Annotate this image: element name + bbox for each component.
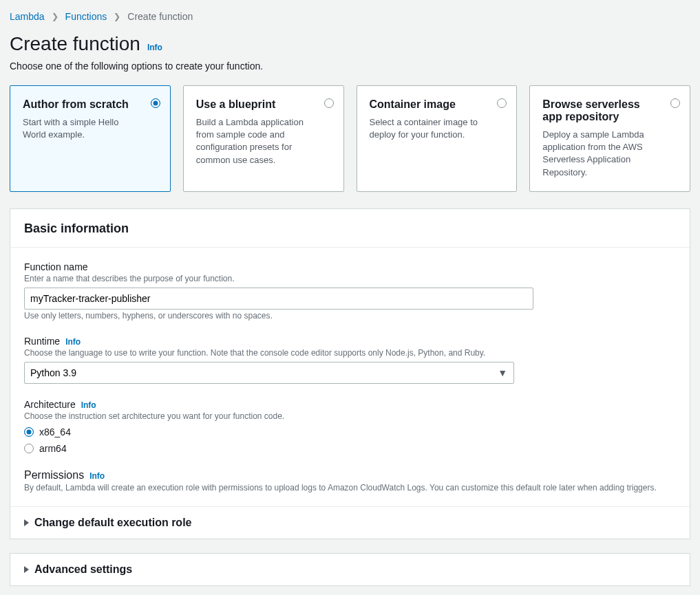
info-link[interactable]: Info: [89, 471, 105, 481]
runtime-select[interactable]: Python 3.9: [24, 362, 514, 384]
expandable-title: Change default execution role: [34, 517, 191, 529]
option-desc: Start with a simple Hello World example.: [23, 116, 141, 141]
field-label: Function name: [24, 261, 676, 272]
option-title: Author from scratch: [23, 98, 141, 111]
runtime-group: Runtime Info Choose the language to use …: [24, 336, 676, 384]
chevron-right-icon: ❯: [52, 12, 59, 21]
page-subtitle: Choose one of the following options to c…: [10, 61, 690, 72]
change-execution-role-toggle[interactable]: Change default execution role: [10, 507, 690, 539]
option-title: Browse serverless app repository: [542, 98, 661, 123]
panel-title: Basic information: [24, 221, 676, 236]
function-name-input[interactable]: [24, 288, 533, 310]
radio-icon: [151, 98, 160, 108]
option-desc: Select a container image to deploy for y…: [370, 116, 488, 141]
field-hint: Enter a name that describes the purpose …: [24, 274, 676, 283]
architecture-x86-radio[interactable]: x86_64: [24, 426, 676, 437]
option-desc: Deploy a sample Lambda application from …: [542, 129, 661, 179]
info-link[interactable]: Info: [81, 400, 96, 410]
basic-information-panel: Basic information Function name Enter a …: [10, 208, 690, 539]
expandable-title: Advanced settings: [34, 563, 132, 576]
permissions-group: Permissions Info By default, Lambda will…: [24, 469, 676, 493]
advanced-settings-panel: Advanced settings: [10, 553, 690, 586]
breadcrumb-current: Create function: [127, 11, 193, 22]
page-title: Create function: [10, 33, 140, 55]
info-link[interactable]: Info: [65, 337, 81, 347]
radio-icon: [24, 444, 34, 453]
field-hint: Choose the instruction set architecture …: [24, 411, 676, 421]
creation-options: Author from scratch Start with a simple …: [10, 85, 690, 192]
field-hint: Choose the language to use to write your…: [24, 348, 676, 358]
architecture-group: Architecture Info Choose the instruction…: [24, 399, 676, 454]
option-desc: Build a Lambda application from sample c…: [196, 116, 315, 166]
radio-label: arm64: [39, 443, 67, 454]
caret-right-icon: [24, 519, 29, 526]
field-hint: By default, Lambda will create an execut…: [24, 483, 676, 493]
field-label: Architecture: [24, 399, 76, 410]
option-container-image[interactable]: Container image Select a container image…: [357, 85, 518, 192]
option-title: Use a blueprint: [196, 98, 315, 111]
chevron-right-icon: ❯: [114, 12, 120, 21]
field-constraint: Use only letters, numbers, hyphens, or u…: [24, 311, 676, 321]
option-author-from-scratch[interactable]: Author from scratch Start with a simple …: [10, 85, 171, 192]
breadcrumb: Lambda ❯ Functions ❯ Create function: [10, 8, 690, 33]
breadcrumb-lambda[interactable]: Lambda: [10, 11, 45, 22]
field-label: Runtime: [24, 336, 60, 347]
architecture-arm64-radio[interactable]: arm64: [24, 443, 676, 454]
caret-right-icon: [24, 566, 29, 573]
advanced-settings-toggle[interactable]: Advanced settings: [10, 554, 690, 585]
option-use-blueprint[interactable]: Use a blueprint Build a Lambda applicati…: [183, 85, 344, 192]
option-title: Container image: [370, 98, 488, 111]
radio-icon: [670, 98, 680, 108]
radio-icon: [497, 98, 507, 108]
option-serverless-repo[interactable]: Browse serverless app repository Deploy …: [529, 85, 690, 192]
function-name-group: Function name Enter a name that describe…: [24, 261, 676, 321]
radio-icon: [24, 427, 34, 437]
info-link[interactable]: Info: [147, 43, 162, 52]
breadcrumb-functions[interactable]: Functions: [65, 11, 107, 22]
radio-icon: [324, 98, 334, 108]
radio-label: x86_64: [39, 426, 71, 437]
field-label: Permissions: [24, 469, 84, 482]
